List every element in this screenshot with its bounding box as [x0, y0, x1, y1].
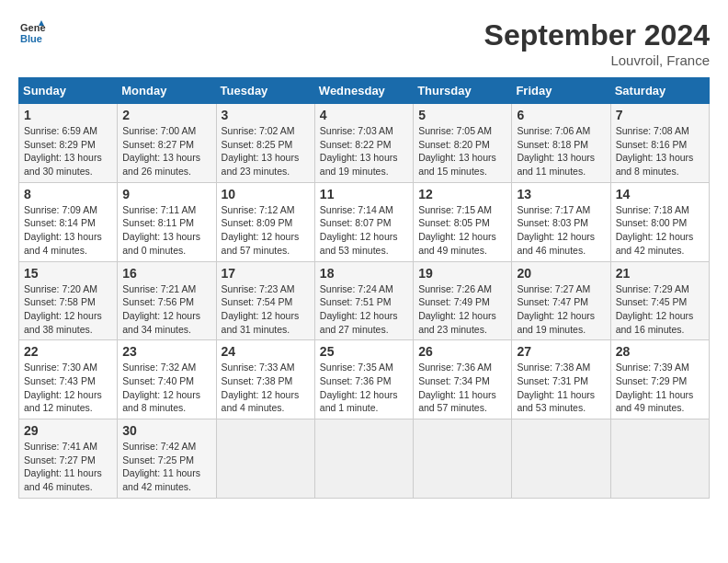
- calendar-cell: [216, 419, 314, 499]
- svg-text:Blue: Blue: [20, 33, 42, 44]
- day-number: 5: [418, 108, 506, 122]
- calendar-cell: 28Sunrise: 7:39 AMSunset: 7:29 PMDayligh…: [610, 340, 709, 419]
- day-number: 27: [517, 344, 605, 359]
- day-number: 10: [222, 187, 310, 201]
- calendar-cell: 19Sunrise: 7:26 AMSunset: 7:49 PMDayligh…: [414, 261, 512, 340]
- calendar-cell: 24Sunrise: 7:33 AMSunset: 7:38 PMDayligh…: [216, 340, 314, 419]
- calendar-cell: [314, 419, 413, 499]
- day-number: 14: [616, 187, 704, 201]
- calendar-body: 1Sunrise: 6:59 AMSunset: 8:29 PMDaylight…: [19, 104, 710, 499]
- day-number: 26: [418, 344, 506, 359]
- cell-info: Sunrise: 7:27 AMSunset: 7:47 PMDaylight:…: [517, 282, 605, 337]
- weekday-header-cell: Thursday: [414, 78, 512, 104]
- cell-info: Sunrise: 7:41 AMSunset: 7:27 PMDaylight:…: [24, 440, 112, 494]
- calendar-cell: [414, 419, 512, 499]
- calendar-cell: 26Sunrise: 7:36 AMSunset: 7:34 PMDayligh…: [414, 340, 512, 419]
- cell-info: Sunrise: 7:00 AMSunset: 8:27 PMDaylight:…: [122, 124, 210, 178]
- cell-info: Sunrise: 7:11 AMSunset: 8:11 PMDaylight:…: [122, 203, 210, 258]
- day-number: 17: [222, 266, 310, 281]
- calendar-week-row: 1Sunrise: 6:59 AMSunset: 8:29 PMDaylight…: [19, 104, 710, 183]
- weekday-header-cell: Monday: [118, 78, 216, 104]
- calendar-cell: 6Sunrise: 7:06 AMSunset: 8:18 PMDaylight…: [512, 104, 610, 183]
- calendar-cell: 2Sunrise: 7:00 AMSunset: 8:27 PMDaylight…: [118, 104, 216, 183]
- cell-info: Sunrise: 7:15 AMSunset: 8:05 PMDaylight:…: [418, 203, 506, 258]
- day-number: 19: [418, 266, 506, 281]
- cell-info: Sunrise: 7:35 AMSunset: 7:36 PMDaylight:…: [320, 361, 408, 415]
- calendar-week-row: 8Sunrise: 7:09 AMSunset: 8:14 PMDaylight…: [19, 182, 710, 261]
- day-number: 1: [24, 108, 112, 122]
- cell-info: Sunrise: 7:38 AMSunset: 7:31 PMDaylight:…: [517, 361, 605, 415]
- calendar-cell: [610, 419, 709, 499]
- cell-info: Sunrise: 7:29 AMSunset: 7:45 PMDaylight:…: [616, 282, 704, 337]
- day-number: 11: [320, 187, 408, 201]
- title-block: September 2024 Louvroil, France: [484, 18, 710, 68]
- weekday-header-cell: Saturday: [610, 78, 709, 104]
- day-number: 23: [122, 344, 210, 359]
- calendar-cell: 27Sunrise: 7:38 AMSunset: 7:31 PMDayligh…: [512, 340, 610, 419]
- weekday-header-cell: Sunday: [19, 78, 118, 104]
- calendar-cell: 25Sunrise: 7:35 AMSunset: 7:36 PMDayligh…: [314, 340, 413, 419]
- cell-info: Sunrise: 7:18 AMSunset: 8:00 PMDaylight:…: [616, 203, 704, 258]
- weekday-header-cell: Wednesday: [314, 78, 413, 104]
- cell-info: Sunrise: 7:21 AMSunset: 7:56 PMDaylight:…: [122, 282, 210, 337]
- calendar-cell: 29Sunrise: 7:41 AMSunset: 7:27 PMDayligh…: [19, 419, 118, 499]
- calendar-cell: 22Sunrise: 7:30 AMSunset: 7:43 PMDayligh…: [19, 340, 118, 419]
- cell-info: Sunrise: 7:42 AMSunset: 7:25 PMDaylight:…: [122, 440, 210, 494]
- calendar-cell: 30Sunrise: 7:42 AMSunset: 7:25 PMDayligh…: [118, 419, 216, 499]
- calendar-cell: 5Sunrise: 7:05 AMSunset: 8:20 PMDaylight…: [414, 104, 512, 183]
- cell-info: Sunrise: 7:30 AMSunset: 7:43 PMDaylight:…: [24, 361, 112, 415]
- cell-info: Sunrise: 7:08 AMSunset: 8:16 PMDaylight:…: [616, 124, 704, 178]
- logo: General Blue: [18, 18, 46, 46]
- calendar-cell: 13Sunrise: 7:17 AMSunset: 8:03 PMDayligh…: [512, 182, 610, 261]
- day-number: 15: [24, 266, 112, 281]
- cell-info: Sunrise: 7:39 AMSunset: 7:29 PMDaylight:…: [616, 361, 704, 415]
- day-number: 8: [24, 187, 112, 201]
- day-number: 3: [222, 108, 310, 122]
- calendar-cell: 11Sunrise: 7:14 AMSunset: 8:07 PMDayligh…: [314, 182, 413, 261]
- calendar-cell: 16Sunrise: 7:21 AMSunset: 7:56 PMDayligh…: [118, 261, 216, 340]
- day-number: 25: [320, 344, 408, 359]
- calendar-week-row: 22Sunrise: 7:30 AMSunset: 7:43 PMDayligh…: [19, 340, 710, 419]
- cell-info: Sunrise: 7:05 AMSunset: 8:20 PMDaylight:…: [418, 124, 506, 178]
- cell-info: Sunrise: 7:32 AMSunset: 7:40 PMDaylight:…: [122, 361, 210, 415]
- calendar-cell: 7Sunrise: 7:08 AMSunset: 8:16 PMDaylight…: [610, 104, 709, 183]
- day-number: 29: [24, 423, 112, 438]
- weekday-header-cell: Tuesday: [216, 78, 314, 104]
- cell-info: Sunrise: 7:17 AMSunset: 8:03 PMDaylight:…: [517, 203, 605, 258]
- calendar-cell: 17Sunrise: 7:23 AMSunset: 7:54 PMDayligh…: [216, 261, 314, 340]
- day-number: 24: [222, 344, 310, 359]
- cell-info: Sunrise: 7:23 AMSunset: 7:54 PMDaylight:…: [222, 282, 310, 337]
- cell-info: Sunrise: 7:09 AMSunset: 8:14 PMDaylight:…: [24, 203, 112, 258]
- day-number: 4: [320, 108, 408, 122]
- day-number: 21: [616, 266, 704, 281]
- day-number: 30: [122, 423, 210, 438]
- cell-info: Sunrise: 6:59 AMSunset: 8:29 PMDaylight:…: [24, 124, 112, 178]
- calendar-cell: 12Sunrise: 7:15 AMSunset: 8:05 PMDayligh…: [414, 182, 512, 261]
- calendar-table: SundayMondayTuesdayWednesdayThursdayFrid…: [18, 77, 710, 499]
- calendar-cell: 14Sunrise: 7:18 AMSunset: 8:00 PMDayligh…: [610, 182, 709, 261]
- cell-info: Sunrise: 7:36 AMSunset: 7:34 PMDaylight:…: [418, 361, 506, 415]
- location: Louvroil, France: [484, 52, 710, 68]
- calendar-cell: 4Sunrise: 7:03 AMSunset: 8:22 PMDaylight…: [314, 104, 413, 183]
- day-number: 12: [418, 187, 506, 201]
- page-header: General Blue September 2024 Louvroil, Fr…: [18, 18, 710, 68]
- cell-info: Sunrise: 7:14 AMSunset: 8:07 PMDaylight:…: [320, 203, 408, 258]
- calendar-week-row: 15Sunrise: 7:20 AMSunset: 7:58 PMDayligh…: [19, 261, 710, 340]
- day-number: 16: [122, 266, 210, 281]
- calendar-cell: 1Sunrise: 6:59 AMSunset: 8:29 PMDaylight…: [19, 104, 118, 183]
- cell-info: Sunrise: 7:12 AMSunset: 8:09 PMDaylight:…: [222, 203, 310, 258]
- day-number: 13: [517, 187, 605, 201]
- calendar-cell: 3Sunrise: 7:02 AMSunset: 8:25 PMDaylight…: [216, 104, 314, 183]
- calendar-cell: 23Sunrise: 7:32 AMSunset: 7:40 PMDayligh…: [118, 340, 216, 419]
- day-number: 2: [122, 108, 210, 122]
- calendar-week-row: 29Sunrise: 7:41 AMSunset: 7:27 PMDayligh…: [19, 419, 710, 499]
- weekday-header-cell: Friday: [512, 78, 610, 104]
- weekday-header-row: SundayMondayTuesdayWednesdayThursdayFrid…: [19, 78, 710, 104]
- day-number: 18: [320, 266, 408, 281]
- cell-info: Sunrise: 7:06 AMSunset: 8:18 PMDaylight:…: [517, 124, 605, 178]
- calendar-cell: 15Sunrise: 7:20 AMSunset: 7:58 PMDayligh…: [19, 261, 118, 340]
- cell-info: Sunrise: 7:03 AMSunset: 8:22 PMDaylight:…: [320, 124, 408, 178]
- calendar-cell: 20Sunrise: 7:27 AMSunset: 7:47 PMDayligh…: [512, 261, 610, 340]
- cell-info: Sunrise: 7:33 AMSunset: 7:38 PMDaylight:…: [222, 361, 310, 415]
- day-number: 22: [24, 344, 112, 359]
